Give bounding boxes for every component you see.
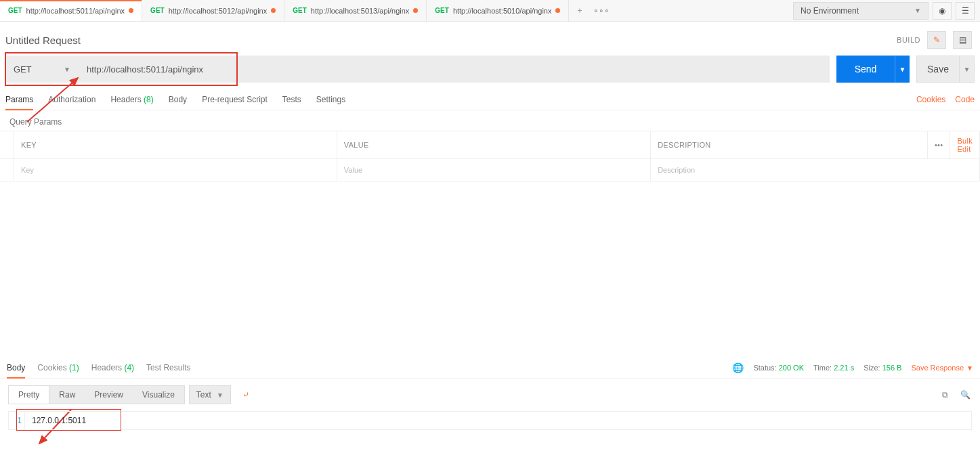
tab-headers-label: Headers [110,95,141,104]
tab-body[interactable]: Body [169,89,187,110]
tab-prerequest[interactable]: Pre-request Script [202,89,268,110]
response-tab-headers-label: Headers [91,363,122,372]
top-tab-bar: GET http://localhost:5011/api/nginx GET … [0,0,980,22]
response-tab-test-results[interactable]: Test Results [146,358,190,378]
response-tabs-row: Body Cookies (1) Headers (4) Test Result… [0,358,980,379]
response-body: 1 127.0.0.1:5011 [8,411,972,430]
line-content: 127.0.0.1:5011 [25,412,971,429]
comment-icon: ▤ [959,35,966,45]
copy-icon: ⧉ [942,390,948,400]
tab-list: GET http://localhost:5011/api/nginx GET … [0,0,793,21]
cookies-count: (1) [69,363,79,372]
code-line: 1 127.0.0.1:5011 [9,412,971,429]
url-input[interactable] [79,56,830,83]
bulk-edit-link[interactable]: Bulk Edit [957,137,973,153]
query-params-table: KEY VALUE DESCRIPTION ••• Bulk Edit Key … [0,131,980,181]
response-tab-cookies[interactable]: Cookies (1) [37,358,79,378]
tab-params[interactable]: Params [5,89,33,110]
headers-count: (8) [144,95,154,104]
tab-method: GET [293,7,307,14]
tab-settings[interactable]: Settings [316,89,345,110]
code-link[interactable]: Code [955,95,975,104]
chevron-down-icon: ▼ [217,391,223,399]
response-type-label: Text [196,390,211,400]
response-tabs: Body Cookies (1) Headers (4) Test Result… [7,358,190,378]
environment-area: No Environment ▼ ◉ ☰ [793,2,980,20]
pencil-icon: ✎ [933,35,940,45]
environment-quicklook-button[interactable]: ◉ [933,2,952,20]
method-url-box: GET ▼ [5,56,830,83]
edit-button[interactable]: ✎ [927,31,946,49]
col-key-header: KEY [14,131,337,159]
request-tabs: Params Authorization Headers (8) Body Pr… [5,89,345,110]
tab-url: http://localhost:5013/api/nginx [311,7,410,15]
save-response-button[interactable]: Save Response ▼ [911,364,973,372]
more-options-button[interactable]: ••• [927,131,950,159]
cookies-link[interactable]: Cookies [916,95,945,104]
tab-method: GET [435,7,449,14]
response-tab-headers[interactable]: Headers (4) [91,358,134,378]
tab-url: http://localhost:5012/api/nginx [169,7,268,15]
copy-button[interactable]: ⧉ [938,388,952,402]
value-placeholder: Value [344,166,362,174]
sliders-icon: ☰ [962,6,969,16]
settings-button[interactable]: ☰ [956,2,975,20]
view-preview[interactable]: Preview [85,386,133,404]
request-tab-2[interactable]: GET http://localhost:5013/api/nginx [284,0,427,21]
method-value: GET [14,64,32,74]
tab-tests[interactable]: Tests [282,89,301,110]
tab-headers[interactable]: Headers (8) [110,89,153,110]
request-tab-3[interactable]: GET http://localhost:5010/api/nginx [427,0,569,21]
request-tab-1[interactable]: GET http://localhost:5012/api/nginx [142,0,284,21]
unsaved-dot-icon [413,8,418,13]
tab-authorization[interactable]: Authorization [48,89,95,110]
wrap-icon: ⤶ [242,390,249,400]
unsaved-dot-icon [555,8,560,13]
response-tab-body[interactable]: Body [7,358,25,378]
search-button[interactable]: 🔍 [958,388,972,402]
size-label: Size: [864,364,880,372]
key-placeholder: Key [21,166,34,174]
table-row[interactable]: Key Value Description [0,159,980,181]
chevron-down-icon: ▼ [899,66,906,73]
query-params-label: Query Params [0,110,980,131]
size-value: 156 B [882,364,902,372]
request-title: Untitled Request [5,35,81,46]
wrap-lines-button[interactable]: ⤶ [235,385,257,404]
new-tab-button[interactable]: ＋ [569,0,591,21]
tab-method: GET [8,7,22,14]
chevron-down-icon: ▼ [966,364,973,372]
tab-url: http://localhost:5010/api/nginx [453,7,552,15]
comments-button[interactable]: ▤ [953,31,972,49]
response-meta: 🌐 Status: 200 OK Time: 2.21 s Size: 156 … [732,362,973,373]
request-right-links: Cookies Code [916,95,975,104]
chevron-down-icon: ▼ [64,66,70,73]
search-icon: 🔍 [960,390,971,400]
status-label: Status: [753,364,776,372]
unsaved-dot-icon [129,8,133,13]
save-response-label: Save Response [911,364,964,372]
chevron-down-icon: ▼ [914,7,921,14]
time-value: 2.21 s [834,364,854,372]
request-tabs-row: Params Authorization Headers (8) Body Pr… [0,89,980,110]
view-pretty[interactable]: Pretty [9,386,49,404]
save-caret-button[interactable]: ▼ [960,56,975,83]
request-title-row: Untitled Request BUILD ✎ ▤ [0,22,980,56]
view-raw[interactable]: Raw [49,386,85,404]
tab-url: http://localhost:5011/api/nginx [26,7,125,15]
method-select[interactable]: GET ▼ [5,56,79,83]
view-visualize[interactable]: Visualize [133,386,184,404]
request-tab-0[interactable]: GET http://localhost:5011/api/nginx [0,0,142,21]
response-type-select[interactable]: Text ▼ [189,385,231,404]
tab-method: GET [150,7,165,14]
title-actions: BUILD ✎ ▤ [897,31,972,49]
send-button[interactable]: Send [836,56,895,83]
chevron-down-icon: ▼ [964,66,971,73]
save-button[interactable]: Save [916,56,960,83]
send-caret-button[interactable]: ▼ [895,56,910,83]
tab-more-button[interactable]: ∘∘∘ [591,0,612,21]
response-headers-count: (4) [124,363,134,372]
url-row: GET ▼ Send ▼ Save ▼ [0,56,980,89]
globe-icon[interactable]: 🌐 [732,362,744,373]
environment-select[interactable]: No Environment ▼ [793,2,929,20]
